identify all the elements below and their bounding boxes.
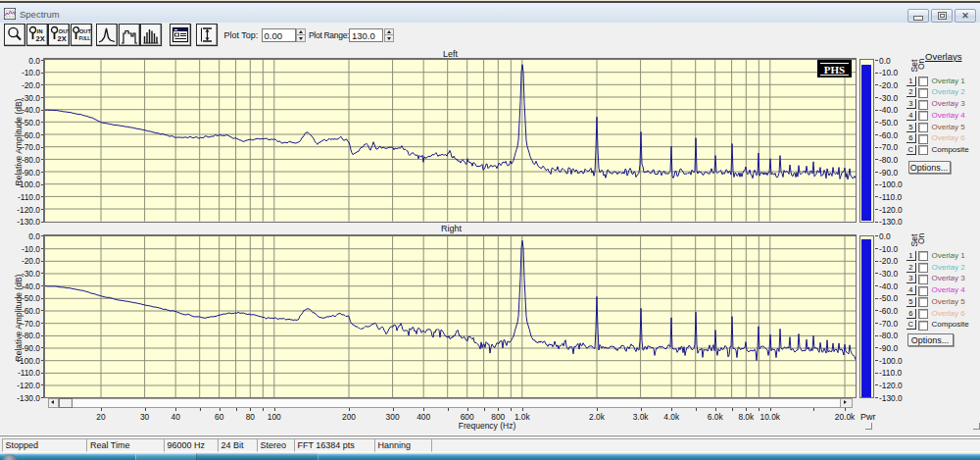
svg-text:2X: 2X xyxy=(58,34,67,43)
svg-text:OUT: OUT xyxy=(79,28,91,34)
svg-text:2X: 2X xyxy=(35,34,44,43)
svg-text:FULL: FULL xyxy=(78,36,90,41)
